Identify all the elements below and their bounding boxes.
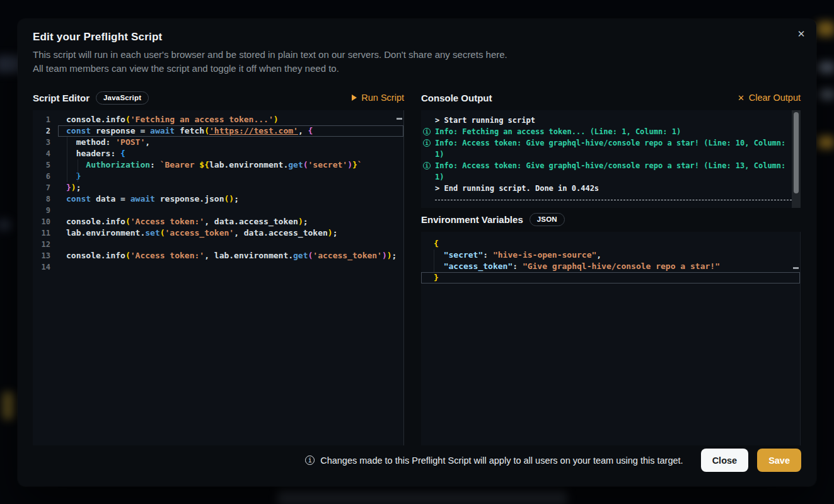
code-content: headers: { bbox=[58, 148, 403, 159]
code-content: } bbox=[421, 272, 800, 284]
modal-description-line2: All team members can view the script and… bbox=[33, 62, 507, 76]
info-icon: i bbox=[305, 455, 315, 465]
code-line[interactable]: 2const response = await fetch('https://t… bbox=[33, 125, 403, 137]
code-line[interactable]: 3 method: 'POST', bbox=[33, 137, 403, 148]
code-token: data = bbox=[91, 194, 130, 203]
overview-ruler-mark bbox=[793, 267, 799, 269]
line-number: 7 bbox=[33, 182, 58, 193]
environment-variables-editor[interactable]: { "secret": "hive-is-open-source", "acce… bbox=[421, 232, 801, 445]
code-token: method: bbox=[66, 137, 115, 147]
code-token: lab.environment. bbox=[66, 228, 145, 238]
code-token: 'Access token:' bbox=[130, 251, 204, 260]
code-token: ) bbox=[229, 194, 234, 203]
line-number: 9 bbox=[33, 205, 58, 216]
code-line[interactable]: 13console.info('Access token:', lab.envi… bbox=[33, 250, 403, 261]
info-icon: i bbox=[423, 128, 431, 135]
environment-variables-header: Environment Variables JSON bbox=[421, 211, 801, 227]
code-token: headers: bbox=[66, 149, 120, 158]
run-script-label: Run Script bbox=[361, 93, 404, 103]
code-line[interactable]: 5 Authorization: `Bearer ${lab.environme… bbox=[33, 159, 403, 171]
code-token: ( bbox=[204, 126, 209, 135]
code-token: ) bbox=[274, 115, 279, 124]
run-script-button[interactable]: Run Script bbox=[352, 93, 404, 103]
code-token: ${ bbox=[199, 160, 209, 169]
code-token: "Give graphql-hive/console repo a star!" bbox=[523, 261, 720, 271]
code-token: `Bearer bbox=[160, 160, 200, 169]
code-line[interactable]: { bbox=[421, 238, 800, 249]
code-token: ; bbox=[303, 217, 308, 226]
code-content: const data = await response.json(); bbox=[58, 193, 403, 205]
clear-output-button[interactable]: ✕ Clear Output bbox=[738, 93, 801, 103]
code-token: console.info bbox=[66, 217, 125, 226]
line-number: 2 bbox=[33, 125, 58, 137]
console-output-header: Console Output ✕ Clear Output bbox=[421, 89, 801, 106]
code-token: "hive-is-open-source" bbox=[493, 250, 596, 260]
code-line[interactable]: 11lab.environment.set('access_token', da… bbox=[33, 227, 403, 239]
code-line[interactable]: 4 headers: { bbox=[33, 148, 403, 159]
code-line[interactable]: } bbox=[421, 272, 800, 284]
code-content: }); bbox=[58, 182, 403, 193]
play-icon bbox=[352, 94, 357, 101]
code-line[interactable]: 10console.info('Access token:', data.acc… bbox=[33, 216, 403, 227]
code-line[interactable]: 14 bbox=[33, 261, 403, 273]
page: { "modal": { "title": "Edit your Preflig… bbox=[0, 0, 834, 504]
javascript-badge: JavaScript bbox=[96, 91, 149, 105]
code-token: ; bbox=[392, 251, 397, 260]
code-token: ) bbox=[347, 160, 352, 169]
code-token: const bbox=[66, 126, 91, 135]
backdrop-blob bbox=[818, 62, 834, 73]
code-line[interactable]: 12 bbox=[33, 239, 403, 250]
code-content: const response = await fetch('https://te… bbox=[58, 125, 403, 137]
code-token: 'Fetching an access token...' bbox=[130, 115, 274, 124]
console-output-title: Console Output bbox=[421, 93, 492, 103]
code-line[interactable]: 8const data = await response.json(); bbox=[33, 193, 403, 205]
environment-variables-title: Environment Variables bbox=[421, 214, 523, 225]
code-token: { bbox=[120, 149, 125, 158]
close-button[interactable]: Close bbox=[701, 449, 749, 472]
code-content: "access_token": "Give graphql-hive/conso… bbox=[421, 261, 800, 272]
console-line: > Start running script bbox=[435, 115, 792, 126]
line-number: 8 bbox=[33, 193, 58, 205]
console-line: > End running script. Done in 0.442s bbox=[435, 183, 792, 194]
code-token: , bbox=[596, 250, 601, 260]
code-line[interactable]: 1console.info('Fetching an access token.… bbox=[33, 114, 403, 125]
save-button[interactable]: Save bbox=[757, 449, 801, 472]
line-number: 1 bbox=[33, 114, 58, 125]
code-line[interactable]: 6 } bbox=[33, 171, 403, 182]
code-token: 'POST' bbox=[115, 137, 145, 147]
script-editor[interactable]: 1console.info('Fetching an access token.… bbox=[33, 110, 404, 445]
code-line[interactable]: 7}); bbox=[33, 182, 403, 193]
code-token: } bbox=[66, 183, 71, 192]
close-icon[interactable]: ✕ bbox=[794, 26, 809, 42]
code-token: ) bbox=[382, 251, 387, 260]
code-line[interactable]: "access_token": "Give graphql-hive/conso… bbox=[421, 261, 800, 272]
code-token: ) bbox=[387, 251, 392, 260]
code-token: ( bbox=[125, 251, 130, 260]
code-token: get bbox=[293, 251, 308, 260]
code-content: lab.environment.set('access_token', data… bbox=[58, 227, 403, 239]
footer-note: i Changes made to this Preflight Script … bbox=[305, 455, 683, 466]
modal-footer: i Changes made to this Preflight Script … bbox=[33, 449, 801, 472]
code-token: 'secret' bbox=[308, 160, 348, 169]
code-token: , data.access_token bbox=[204, 217, 298, 226]
code-line[interactable]: 9 bbox=[33, 205, 403, 216]
code-token: response = bbox=[91, 126, 150, 135]
console-scrollbar-thumb[interactable] bbox=[794, 112, 799, 193]
line-number: 12 bbox=[33, 239, 58, 250]
code-token: console.info bbox=[66, 115, 125, 124]
line-number: 10 bbox=[33, 216, 58, 227]
code-content: console.info('Fetching an access token..… bbox=[58, 114, 403, 125]
console-scrollbar-track[interactable] bbox=[792, 110, 801, 208]
code-token: : bbox=[483, 250, 493, 260]
code-token bbox=[434, 250, 444, 260]
code-token: ) bbox=[328, 228, 333, 238]
code-line[interactable]: "secret": "hive-is-open-source", bbox=[421, 249, 800, 261]
modal-title: Edit your Preflight Script bbox=[33, 31, 162, 43]
code-token: 'Access token:' bbox=[130, 217, 204, 226]
backdrop-blob bbox=[817, 21, 834, 37]
code-content: console.info('Access token:', lab.enviro… bbox=[58, 250, 403, 261]
code-token: { bbox=[308, 126, 313, 135]
code-content bbox=[58, 205, 403, 216]
code-token: response.json bbox=[155, 194, 224, 203]
code-token bbox=[434, 261, 444, 271]
